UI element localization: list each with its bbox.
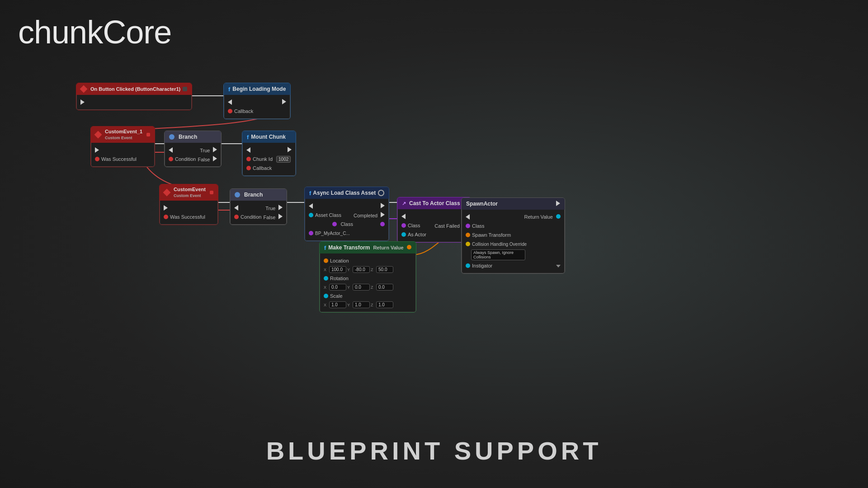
asset-class-label: Asset Class <box>315 212 341 218</box>
b2-false-row: False <box>263 214 283 220</box>
make-transform-label: Make Transform <box>328 244 370 251</box>
begin-loading-mode-node: f Begin Loading Mode Callback <box>223 83 291 119</box>
spawn-transform-label: Spawn Transform <box>472 232 511 238</box>
b1-exec-row: True <box>165 145 221 155</box>
al-asset-class-value-row: Class <box>305 220 388 229</box>
rot-z-label: Z <box>371 285 375 290</box>
spawn-exec-out-container <box>556 201 560 207</box>
mc-callback-label: Callback <box>253 165 272 171</box>
loc-z-input[interactable] <box>376 266 393 273</box>
spawn-actor-label: SpawnActor <box>466 201 498 207</box>
spawn-actor-body: Return Value Class Spawn Transform Colli… <box>462 210 565 273</box>
as-actor-pin <box>401 232 406 237</box>
exec-out-pin3 <box>282 99 286 104</box>
async-load-node: f Async Load Class Asset Asset Class Com… <box>304 187 389 241</box>
spawn-class-pin <box>466 224 470 228</box>
was-successful-row: Was Successful <box>91 155 154 164</box>
rot-y-input[interactable] <box>353 284 370 291</box>
spawn-transform-pin <box>466 233 470 237</box>
b2-exec-row: True <box>231 203 286 212</box>
expand-arrow-container <box>554 263 561 268</box>
spawn-class-row: Class <box>462 221 564 230</box>
branch-1-header: Branch <box>165 131 221 143</box>
rot-x-input[interactable] <box>329 284 346 291</box>
loc-x-input[interactable] <box>329 266 346 273</box>
scale-z-input[interactable] <box>376 301 393 308</box>
false-label1: False <box>198 157 210 162</box>
app-title: chunkCore <box>18 14 171 51</box>
wires-layer <box>0 0 868 488</box>
b1-true-row: True <box>200 147 217 153</box>
mount-chunk-header: f Mount Chunk <box>242 131 296 143</box>
as-actor-label: As Actor <box>408 232 426 237</box>
al-class-out-pin <box>332 222 337 226</box>
return-val-out-row: Return Value <box>373 244 411 251</box>
rotation-label: Rotation <box>330 276 349 281</box>
true-label1: True <box>200 148 210 153</box>
begin-loading-mode-body: Callback <box>224 95 290 119</box>
func-icon2: f <box>247 134 249 141</box>
collision-dropdown[interactable]: Always Spawn, Ignore Collisions <box>471 249 525 260</box>
al-exec-row <box>305 202 388 211</box>
expand-arrow <box>556 265 561 267</box>
scale-xyz-row: X Y Z <box>320 300 415 309</box>
false-pin1 <box>213 156 217 161</box>
branch-icon2 <box>235 192 240 197</box>
scale-y-input[interactable] <box>353 301 370 308</box>
async-load-label: Async Load Class Asset <box>313 190 376 196</box>
exec-out-row2 <box>91 145 154 155</box>
location-label-row: Location <box>320 256 415 265</box>
ce2-was-successful-row: Was Successful <box>160 212 217 221</box>
return-val-row: Return Value <box>524 214 561 220</box>
spawn-exec-out-pin <box>556 201 560 206</box>
spawn-transform-row: Spawn Transform <box>462 230 564 239</box>
location-label: Location <box>330 258 349 263</box>
event-icon <box>80 85 88 93</box>
spawn-actor-node: SpawnActor Return Value Class Spawn Tran… <box>461 197 565 274</box>
mount-chunk-node: f Mount Chunk Chunk Id 1002 Callback <box>242 131 296 176</box>
loc-y-input[interactable] <box>353 266 370 273</box>
exec-in-pin <box>228 99 232 105</box>
on-button-clicked-body <box>76 95 192 110</box>
transform-func-icon: f <box>324 244 326 251</box>
asset-class-row: Asset Class Completed <box>305 211 388 220</box>
event-icon2 <box>94 131 102 139</box>
rot-z-input[interactable] <box>376 284 393 291</box>
clock-icon <box>378 190 384 196</box>
branch-2-header: Branch <box>230 189 287 201</box>
mc-callback-pin <box>246 166 251 170</box>
al-exec-out-pin <box>381 203 385 208</box>
ce2-exec-out-row <box>160 203 217 212</box>
asset-class-pin <box>309 213 313 217</box>
custom-event-2-header: CustomEvent Custom Event <box>160 184 218 201</box>
custom-event-1-body: Was Successful <box>91 143 155 167</box>
branch-1-node: Branch True Condition False <box>164 131 222 167</box>
instigator-label: Instigator <box>472 263 492 268</box>
was-successful-pin <box>95 157 99 161</box>
custom-event-2-subtitle: Custom Event <box>174 193 201 198</box>
custom-event-1-header: CustomEvent_1 Custom Event <box>91 127 155 143</box>
b2-condition-row: Condition False <box>231 212 286 221</box>
branch-1-label: Branch <box>179 134 197 140</box>
true-pin2 <box>278 205 283 210</box>
rot-x-label: X <box>324 285 328 290</box>
bp-actor-row: BP_MyActor_C... <box>305 229 388 238</box>
spawn-exec-in <box>466 214 470 220</box>
on-button-clicked-node: On Button Clicked (ButtonCharacter1) <box>76 83 192 110</box>
cast-icon: ↗ <box>402 201 406 206</box>
exec-out-row <box>77 98 191 107</box>
was-successful-label: Was Successful <box>101 156 137 162</box>
mc-exec-out <box>288 147 292 153</box>
begin-loading-mode-header: f Begin Loading Mode <box>224 83 290 95</box>
spawn-class-label: Class <box>472 223 485 229</box>
chunk-id-row: Chunk Id 1002 <box>243 155 295 164</box>
completed-label: Completed <box>354 213 377 218</box>
b2-true-row: True <box>265 205 283 211</box>
func-icon: f <box>228 86 230 93</box>
scale-x-input[interactable] <box>329 301 346 308</box>
exec-out-pin <box>80 99 85 105</box>
make-transform-header: f Make Transform Return Value <box>320 242 416 253</box>
b1-false-row: False <box>198 156 217 162</box>
bp-actor-pin <box>309 231 313 235</box>
spawn-exec-row: Return Value <box>462 212 564 221</box>
